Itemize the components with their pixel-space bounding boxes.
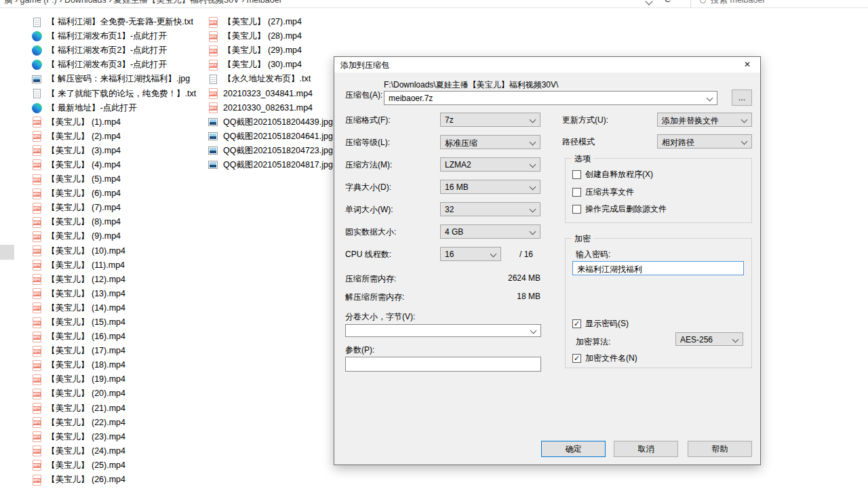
file-item[interactable]: MP4【美宝儿】 (1).mp4	[31, 115, 196, 130]
scrollbar-thumb[interactable]	[0, 245, 14, 260]
file-item[interactable]: QQ截图20210518204723.jpg	[208, 144, 333, 158]
jpg-file-icon	[31, 74, 42, 85]
file-item[interactable]: 【 解压密码：来福利江湖找福利】.jpg	[31, 72, 196, 86]
word-size-select[interactable]: 32	[440, 202, 540, 216]
update-mode-select[interactable]: 添加并替换文件	[657, 113, 752, 127]
file-item[interactable]: MP4【美宝儿】 (5).mp4	[31, 172, 196, 186]
chevron-down-icon	[707, 95, 713, 102]
chevron-down-icon	[530, 139, 536, 146]
archive-name-combo[interactable]: meibaoer.7z	[384, 91, 717, 105]
file-item[interactable]: QQ截图20210518204641.jpg	[208, 130, 333, 144]
file-name: 【 福利江湖发布页2】-点此打开	[47, 45, 167, 56]
parameters-input[interactable]	[345, 357, 541, 372]
file-item[interactable]: MP4【美宝儿】 (13).mp4	[31, 287, 196, 301]
selected-value: 16 MB	[445, 182, 469, 192]
option-checkbox[interactable]: 创建自释放程序(X)	[572, 169, 653, 180]
jpg-file-icon	[208, 159, 218, 170]
mp4-file-icon: MP4	[31, 245, 42, 256]
file-item[interactable]: MP4【美宝儿】 (28).mp4	[208, 29, 333, 43]
browse-button[interactable]: ...	[732, 90, 752, 106]
option-checkbox[interactable]: 压缩共享文件	[572, 186, 634, 198]
file-item[interactable]: 【 福利江湖发布页1】-点此打开	[31, 29, 196, 43]
file-name: 【 福利江湖发布页3】-点此打开	[47, 59, 167, 71]
file-item[interactable]: 【 福利江湖发布页2】-点此打开	[31, 43, 196, 58]
cpu-threads-select[interactable]: 16	[440, 247, 501, 261]
file-item[interactable]: MP4【美宝儿】 (30).mp4	[208, 58, 333, 72]
refresh-icon[interactable]: ⟳	[665, 0, 673, 5]
show-password-checkbox[interactable]: ✓ 显示密码(S)	[572, 318, 629, 330]
help-button[interactable]: 帮助	[688, 441, 752, 457]
file-item[interactable]: MP4【美宝儿】 (17).mp4	[31, 344, 196, 358]
file-item[interactable]: MP4【美宝儿】 (22).mp4	[31, 416, 196, 430]
file-item[interactable]: 【永久地址发布页】.txt	[208, 72, 333, 86]
mp4-file-icon: MP4	[31, 446, 42, 456]
volume-size-combo[interactable]	[345, 324, 541, 337]
memory-compress-value: 2624 MB	[440, 273, 540, 283]
file-item[interactable]: MP4【美宝儿】 (29).mp4	[208, 43, 333, 58]
file-item[interactable]: MP4【美宝儿】 (12).mp4	[31, 273, 196, 287]
explorer-window: 脑 › game (F:) › Downloads › 夏娃主播【美宝儿】福利视…	[0, 0, 868, 493]
file-item[interactable]: MP4【美宝儿】 (2).mp4	[31, 130, 196, 144]
file-item[interactable]: MP4【美宝儿】 (9).mp4	[31, 229, 196, 243]
file-item[interactable]: MP4【美宝儿】 (24).mp4	[31, 444, 196, 458]
file-item[interactable]: MP4【美宝儿】 (10).mp4	[31, 244, 196, 258]
cpu-threads-label: CPU 线程数:	[345, 249, 391, 260]
file-item[interactable]: MP4【美宝儿】 (27).mp4	[208, 15, 333, 29]
file-item[interactable]: 【 来了就能下载的论坛，纯免费！】.txt	[31, 86, 196, 100]
file-item[interactable]: MP4【美宝儿】 (21).mp4	[31, 401, 196, 416]
path-mode-select[interactable]: 相对路径	[657, 134, 752, 149]
password-input[interactable]: 来福利江湖找福利	[572, 261, 744, 275]
file-item[interactable]: MP4【美宝儿】 (20).mp4	[31, 387, 196, 401]
mp4-file-icon: MP4	[31, 260, 42, 271]
mp4-file-icon: MP4	[31, 403, 42, 414]
archive-format-select[interactable]: 7z	[440, 113, 540, 127]
file-item[interactable]: MP4【美宝儿】 (4).mp4	[31, 158, 196, 172]
compression-level-label: 压缩等级(L):	[345, 137, 390, 149]
mp4-file-icon: MP4	[208, 31, 218, 42]
file-item[interactable]: MP4【美宝儿】 (7).mp4	[31, 201, 196, 215]
file-item[interactable]: MP420210330_082631.mp4	[208, 101, 333, 115]
encrypt-filenames-checkbox[interactable]: ✓ 加密文件名(N)	[572, 353, 637, 364]
solid-block-size-select[interactable]: 4 GB	[440, 224, 540, 239]
file-item[interactable]: MP4【美宝儿】 (18).mp4	[31, 358, 196, 372]
cancel-button[interactable]: 取消	[614, 441, 678, 457]
close-icon[interactable]: ✕	[734, 57, 760, 73]
mp4-file-icon: MP4	[31, 288, 42, 299]
file-item[interactable]: MP4【美宝儿】 (25).mp4	[31, 458, 196, 473]
jpg-file-icon	[208, 131, 218, 142]
file-item[interactable]: QQ截图20210518204817.jpg	[208, 158, 333, 172]
compression-level-select[interactable]: 标准压缩	[440, 135, 540, 149]
address-chevron-down-icon[interactable]	[645, 0, 652, 5]
file-item[interactable]: MP420210323_034841.mp4	[208, 86, 333, 100]
mp4-file-icon: MP4	[31, 317, 42, 328]
file-item[interactable]: 【 福利江湖】全免费-无套路-更新快.txt	[31, 15, 196, 29]
file-item[interactable]: MP4【美宝儿】 (6).mp4	[31, 186, 196, 201]
file-item[interactable]: MP4【美宝儿】 (11).mp4	[31, 258, 196, 273]
file-item[interactable]: MP4【美宝儿】 (23).mp4	[31, 430, 196, 444]
file-item[interactable]: 【 福利江湖发布页3】-点此打开	[31, 58, 196, 72]
checkbox-icon	[572, 170, 581, 179]
file-item[interactable]: MP4【美宝儿】 (3).mp4	[31, 144, 196, 158]
breadcrumb[interactable]: 脑 › game (F:) › Downloads › 夏娃主播【美宝儿】福利视…	[4, 0, 282, 6]
txt-file-icon	[31, 17, 42, 28]
dictionary-size-select[interactable]: 16 MB	[440, 180, 540, 194]
file-name: 【美宝儿】 (19).mp4	[47, 374, 125, 385]
file-item[interactable]: QQ截图20210518204439.jpg	[208, 115, 333, 130]
file-item[interactable]: 【 最新地址】-点此打开	[31, 101, 196, 115]
ok-button[interactable]: 确定	[541, 441, 606, 457]
file-item[interactable]: MP4【美宝儿】 (14).mp4	[31, 301, 196, 315]
encryption-method-select[interactable]: AES-256	[675, 332, 743, 346]
option-checkbox[interactable]: 操作完成后删除源文件	[572, 203, 667, 215]
compression-method-select[interactable]: LZMA2	[440, 157, 540, 172]
search-input[interactable]: 搜索 meibaoer	[700, 0, 766, 6]
search-placeholder: 搜索 meibaoer	[711, 0, 766, 6]
file-item[interactable]: MP4【美宝儿】 (8).mp4	[31, 215, 196, 229]
dialog-titlebar[interactable]: 添加到压缩包 ✕	[334, 57, 760, 73]
txt-file-icon	[31, 88, 42, 99]
memory-decompress-label: 解压缩所需内存:	[345, 292, 404, 303]
mp4-file-icon: MP4	[31, 159, 42, 170]
file-item[interactable]: MP4【美宝儿】 (19).mp4	[31, 372, 196, 387]
file-item[interactable]: MP4【美宝儿】 (15).mp4	[31, 315, 196, 330]
file-item[interactable]: MP4【美宝儿】 (16).mp4	[31, 330, 196, 344]
file-item[interactable]: MP4【美宝儿】 (26).mp4	[31, 473, 196, 487]
